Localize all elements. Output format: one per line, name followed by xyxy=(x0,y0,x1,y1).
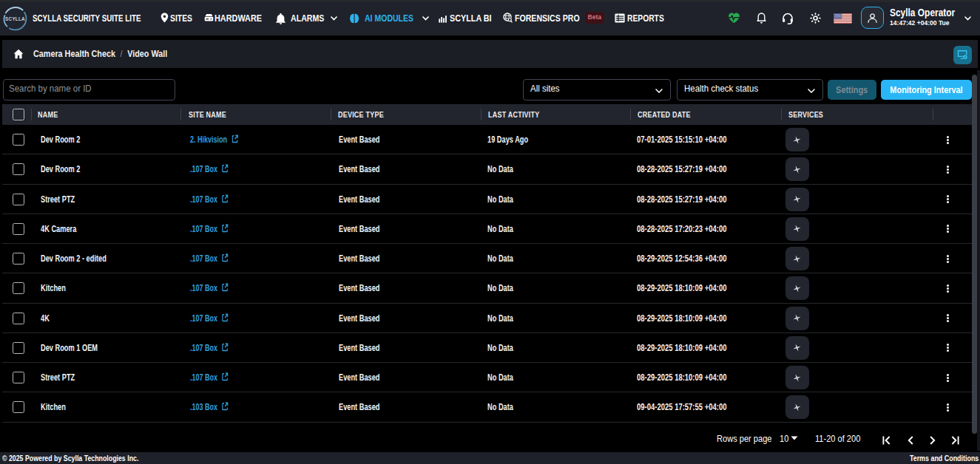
svg-text:SCYLLA: SCYLLA xyxy=(5,16,25,21)
